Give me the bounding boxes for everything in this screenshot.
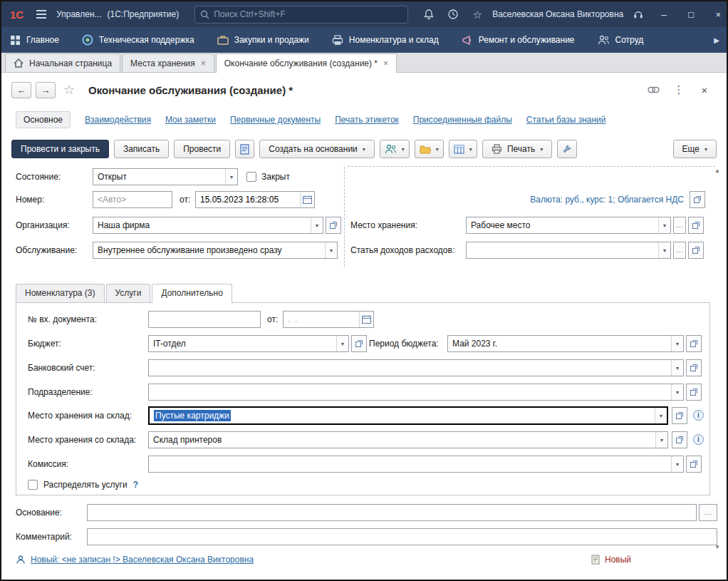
- sections-overflow-button[interactable]: ▶: [714, 36, 719, 44]
- tab-home[interactable]: Начальная страница: [5, 53, 120, 72]
- service-value[interactable]: Внутреннее обслуживание произведено сраз…: [93, 242, 325, 258]
- form-menu-button[interactable]: ⋮: [670, 81, 688, 98]
- calendar-button[interactable]: [300, 192, 314, 207]
- nav-main[interactable]: Основное: [16, 111, 71, 128]
- to-storage-value[interactable]: Пустые картриджи: [150, 408, 655, 423]
- section-staff[interactable]: Сотруд: [598, 35, 644, 45]
- more-actions-button[interactable]: Еще ▾: [673, 140, 717, 158]
- incoming-doc-input[interactable]: [148, 311, 261, 328]
- history-button[interactable]: [444, 5, 462, 24]
- tab-services[interactable]: Услуги: [106, 284, 151, 302]
- close-tab-icon[interactable]: ×: [383, 58, 388, 68]
- close-tab-icon[interactable]: ×: [201, 58, 206, 68]
- dropdown-icon[interactable]: ▾: [671, 456, 683, 472]
- nav-knowledge-base[interactable]: Статьи базы знаний: [526, 115, 606, 125]
- global-search[interactable]: [194, 6, 408, 24]
- commission-field[interactable]: ▾: [148, 456, 684, 473]
- close-window-button[interactable]: ×: [707, 5, 728, 24]
- bank-account-field[interactable]: ▾: [148, 359, 684, 376]
- from-storage-open-button[interactable]: [672, 431, 687, 448]
- bank-account-value[interactable]: [149, 360, 671, 376]
- dropdown-icon[interactable]: ▾: [658, 242, 670, 258]
- document-date-input[interactable]: [196, 192, 300, 207]
- info-icon[interactable]: i: [693, 434, 704, 445]
- currency-info-link[interactable]: Валюта: руб., курс: 1; Облагается НДС: [372, 191, 684, 208]
- currency-open-button[interactable]: [690, 191, 705, 208]
- change-form-button[interactable]: [557, 140, 577, 158]
- storage-place-value[interactable]: Рабочее место: [467, 217, 658, 233]
- income-item-value[interactable]: [467, 242, 658, 258]
- income-item-list-button[interactable]: ...: [673, 242, 686, 259]
- close-form-button[interactable]: ×: [695, 81, 714, 98]
- get-link-button[interactable]: [644, 81, 662, 98]
- section-tech-support[interactable]: Техническая поддержка: [82, 34, 194, 46]
- dropdown-icon[interactable]: ▾: [225, 169, 237, 185]
- scroll-down-button[interactable]: ▼: [714, 545, 720, 550]
- budget-period-value[interactable]: Май 2023 г.: [448, 336, 671, 351]
- budget-open-button[interactable]: [351, 335, 367, 352]
- create-based-on-button[interactable]: Создать на основании ▾: [259, 140, 375, 158]
- dropdown-icon[interactable]: ▾: [658, 217, 670, 233]
- notifications-button[interactable]: [420, 5, 438, 24]
- income-item-field[interactable]: ▾: [466, 242, 671, 259]
- dropdown-icon[interactable]: ▾: [311, 217, 323, 233]
- storage-place-open-button[interactable]: [688, 217, 704, 234]
- number-input[interactable]: [93, 191, 172, 208]
- to-storage-open-button[interactable]: [672, 407, 687, 424]
- info-icon[interactable]: i: [693, 410, 704, 421]
- from-storage-value[interactable]: Склад принтеров: [149, 432, 655, 448]
- minimize-button[interactable]: –: [653, 5, 675, 24]
- nav-primary-documents[interactable]: Первичные документы: [230, 115, 321, 125]
- reports-table-menu-button[interactable]: ▾: [449, 140, 477, 158]
- dropdown-icon[interactable]: ▾: [336, 336, 348, 351]
- closed-checkbox[interactable]: [246, 172, 256, 182]
- section-purchases-sales[interactable]: Закупки и продажи: [217, 35, 309, 46]
- basis-input[interactable]: [87, 504, 697, 521]
- state-value[interactable]: Открыт: [93, 169, 225, 185]
- dropdown-icon[interactable]: ▾: [671, 336, 683, 351]
- document-date-field[interactable]: [195, 191, 315, 208]
- section-nomenclature-warehouse[interactable]: Номенклатура и склад: [332, 35, 439, 46]
- favorite-star-icon[interactable]: ☆: [60, 81, 78, 98]
- organization-field[interactable]: Наша фирма ▾: [93, 217, 323, 234]
- storage-place-field[interactable]: Рабочее место ▾: [466, 217, 671, 234]
- dropdown-icon[interactable]: ▾: [655, 408, 667, 423]
- storage-place-list-button[interactable]: ...: [673, 217, 686, 234]
- back-button[interactable]: ←: [11, 82, 31, 98]
- bank-account-open-button[interactable]: [686, 359, 702, 376]
- service-field[interactable]: Внутреннее обслуживание произведено сраз…: [93, 242, 338, 259]
- section-main[interactable]: Главное: [10, 35, 59, 46]
- tab-nomenclature[interactable]: Номенклатура (3): [16, 284, 105, 302]
- scroll-up-button[interactable]: ▲: [714, 168, 720, 174]
- budget-period-open-button[interactable]: [686, 335, 702, 352]
- dropdown-icon[interactable]: ▾: [671, 360, 683, 376]
- tab-additional[interactable]: Дополнительно: [152, 284, 232, 303]
- budget-value[interactable]: IT-отдел: [149, 336, 336, 351]
- incoming-date-field[interactable]: [283, 311, 374, 328]
- distribute-services-checkbox[interactable]: [28, 480, 38, 490]
- current-user-name[interactable]: Васелевская Оксана Викторовна: [492, 9, 623, 19]
- dropdown-icon[interactable]: ▾: [671, 384, 683, 400]
- dropdown-icon[interactable]: ▾: [655, 432, 667, 448]
- comment-input[interactable]: [87, 528, 717, 545]
- organization-open-button[interactable]: [326, 217, 341, 234]
- post-button[interactable]: Провести: [174, 140, 230, 158]
- dropdown-icon[interactable]: ▾: [325, 242, 337, 258]
- division-open-button[interactable]: [686, 384, 702, 401]
- budget-field[interactable]: IT-отдел ▾: [148, 335, 349, 352]
- tab-storage-places[interactable]: Места хранения ×: [122, 53, 214, 72]
- help-question-link[interactable]: ?: [133, 480, 138, 490]
- calendar-button[interactable]: [359, 312, 373, 327]
- nav-label-printing[interactable]: Печать этикеток: [335, 115, 399, 125]
- to-storage-field-focused[interactable]: Пустые картриджи ▾: [148, 406, 668, 425]
- posting-report-button[interactable]: [235, 140, 254, 158]
- forward-button[interactable]: →: [36, 82, 56, 98]
- budget-period-field[interactable]: Май 2023 г. ▾: [447, 335, 684, 352]
- commission-open-button[interactable]: [686, 456, 702, 473]
- nav-interactions[interactable]: Взаимодействия: [85, 115, 151, 125]
- document-status-link[interactable]: Новый: <не записан !> Васелевская Оксана…: [31, 555, 254, 565]
- organization-value[interactable]: Наша фирма: [93, 217, 311, 233]
- attachments-menu-button[interactable]: ▾: [415, 140, 444, 158]
- commission-value[interactable]: [149, 456, 671, 472]
- maximize-button[interactable]: □: [680, 5, 702, 24]
